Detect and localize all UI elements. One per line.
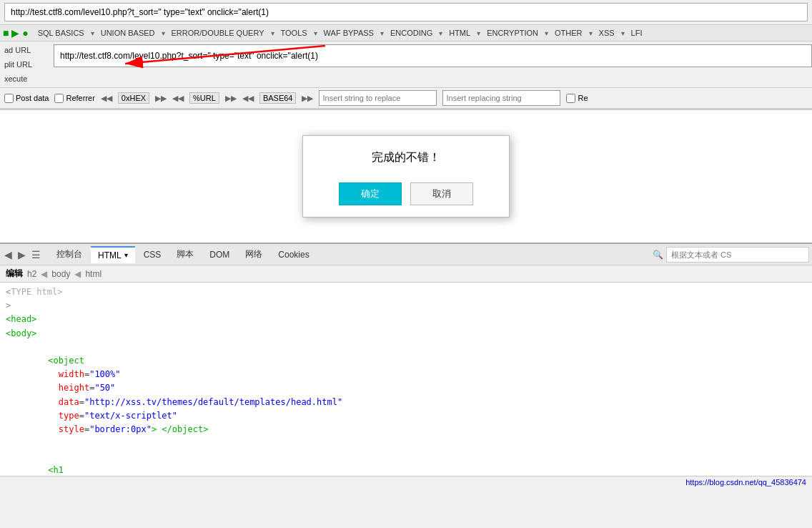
nav-menu: ■ ▶ ● SQL BASICS▾ UNION BASED▾ ERROR/DOU…: [0, 25, 812, 41]
tab-script[interactable]: 脚本: [169, 245, 201, 263]
load-url-input[interactable]: [54, 44, 812, 67]
address-bar[interactable]: [4, 3, 808, 21]
breadcrumb-sep-1: ◀: [41, 269, 47, 279]
nav-html-arrow: ▾: [477, 29, 480, 37]
main-content: 汉 没 完成的不错！ 确定 取消: [0, 110, 812, 243]
dialog-box: 完成的不错！ 确定 取消: [302, 135, 510, 217]
load-url-input-area: [54, 44, 812, 67]
load-url-label: ad URL: [4, 46, 49, 54]
nav-waf[interactable]: WAF BYPASS: [319, 26, 379, 39]
address-bar-row: [0, 0, 812, 25]
nav-encoding-arrow: ▾: [439, 29, 442, 37]
search-icon: 🔍: [653, 250, 663, 260]
re-checkbox[interactable]: [566, 94, 575, 103]
tab-cookies[interactable]: Cookies: [271, 247, 316, 263]
dialog-cancel-button[interactable]: 取消: [410, 182, 473, 205]
nav-waf-arrow: ▾: [380, 29, 384, 37]
code-line-h1: <h1 align="center">欢迎来到level10</h1>: [17, 450, 806, 476]
options-bar: Post data Referrer ◀◀ 0xHEX ▶▶ ◀◀ %URL ▶…: [0, 88, 812, 109]
breadcrumb-sep-2: ◀: [74, 269, 81, 279]
code-line-gt: >: [6, 299, 806, 313]
re-checkbox-label[interactable]: Re: [566, 94, 588, 103]
devtools-toolbar: ◀ ▶ ☰ 控制台 HTML ▾ CSS 脚本 DOM 网络 Cookies 🔍: [0, 244, 812, 265]
encode-left-arrow-1: ◀◀: [101, 94, 112, 103]
nav-tools-arrow: ▾: [314, 29, 317, 37]
breadcrumb-h2[interactable]: h2: [27, 269, 36, 279]
code-line-object: <object width="100%" height="50" data="h…: [17, 341, 806, 451]
post-data-label: Post data: [16, 94, 49, 102]
encode-url-btn[interactable]: %URL: [189, 92, 219, 104]
nav-html[interactable]: HTML: [444, 26, 475, 39]
tab-html-label: HTML: [98, 250, 122, 260]
code-area[interactable]: <TYPE html> > <head> <body> <object widt…: [0, 283, 812, 476]
code-line-head: <head>: [6, 313, 806, 326]
nav-error-arrow: ▾: [271, 29, 274, 37]
encode-base64-btn[interactable]: BASE64: [259, 92, 297, 104]
code-line-doctype: <TYPE html>: [6, 285, 806, 299]
browser-top: ■ ▶ ● SQL BASICS▾ UNION BASED▾ ERROR/DOU…: [0, 0, 812, 110]
nav-encryption[interactable]: ENCRYPTION: [482, 26, 543, 39]
bottom-bar: https://blog.csdn.net/qq_45836474: [0, 476, 812, 488]
nav-dots: ■ ▶ ●: [3, 27, 29, 39]
split-url-label: plit URL: [4, 60, 49, 69]
dialog-message: 完成的不错！: [317, 150, 495, 165]
nav-sql-basics-arrow: ▾: [91, 29, 94, 37]
referrer-label: Referrer: [66, 94, 94, 102]
execute-label: xecute: [4, 74, 49, 83]
nav-sql-basics[interactable]: SQL BASICS: [33, 26, 89, 39]
nav-error-double[interactable]: ERROR/DOUBLE QUERY: [167, 26, 269, 39]
nav-encoding[interactable]: ENCODING: [385, 26, 437, 39]
devtools-back-icon[interactable]: ◀: [3, 248, 14, 262]
encode-right-arrow-1: ▶▶: [155, 94, 167, 103]
nav-lfi[interactable]: LFI: [626, 26, 648, 39]
nav-xss-arrow: ▾: [621, 29, 625, 37]
devtools-icons: ◀ ▶ ☰: [3, 248, 42, 262]
tab-html-arrow[interactable]: ▾: [124, 251, 128, 259]
encode-left-arrow-3: ◀◀: [242, 94, 254, 103]
nav-other-arrow: ▾: [589, 29, 593, 37]
insert-replace-input[interactable]: [319, 90, 437, 106]
dialog-ok-button[interactable]: 确定: [339, 182, 402, 205]
tab-html[interactable]: HTML ▾: [91, 246, 135, 263]
nav-union-based[interactable]: UNION BASED: [96, 26, 160, 39]
dialog-overlay: 完成的不错！ 确定 取消: [0, 110, 812, 243]
code-line-body: <body>: [6, 327, 806, 341]
devtools-search-input[interactable]: [666, 247, 809, 263]
nav-other[interactable]: OTHER: [550, 26, 588, 39]
breadcrumb-html[interactable]: html: [85, 269, 102, 279]
encode-right-arrow-3: ▶▶: [302, 94, 313, 103]
load-url-row: ad URL plit URL xecute: [0, 41, 812, 88]
encode-0xhex-btn[interactable]: 0xHEX: [118, 92, 149, 104]
nav-xss[interactable]: XSS: [594, 26, 620, 39]
breadcrumb-body[interactable]: body: [51, 269, 70, 279]
re-label: Re: [578, 94, 588, 102]
dialog-buttons: 确定 取消: [317, 182, 495, 205]
tab-network[interactable]: 网络: [238, 245, 269, 263]
encode-right-arrow-2: ▶▶: [225, 94, 237, 103]
nav-union-arrow: ▾: [162, 29, 165, 37]
tab-css[interactable]: CSS: [137, 247, 169, 263]
breadcrumb-bar: 编辑 h2 ◀ body ◀ html: [0, 265, 812, 283]
devtools-list-icon[interactable]: ☰: [30, 248, 42, 262]
devtools: ◀ ▶ ☰ 控制台 HTML ▾ CSS 脚本 DOM 网络 Cookies 🔍…: [0, 243, 812, 488]
insert-replacing-input[interactable]: [442, 90, 560, 106]
referrer-checkbox[interactable]: [54, 94, 64, 103]
tab-dom[interactable]: DOM: [202, 247, 237, 263]
post-data-checkbox[interactable]: [4, 94, 14, 103]
nav-encryption-arrow: ▾: [545, 29, 548, 37]
referrer-checkbox-label[interactable]: Referrer: [54, 94, 94, 103]
breadcrumb-edit[interactable]: 编辑: [6, 268, 23, 280]
post-data-checkbox-label[interactable]: Post data: [4, 94, 49, 103]
load-url-labels: ad URL plit URL xecute: [0, 44, 54, 84]
encode-left-arrow-2: ◀◀: [172, 94, 184, 103]
bottom-url: https://blog.csdn.net/qq_45836474: [685, 478, 806, 487]
devtools-search-area: 🔍: [653, 247, 809, 263]
nav-tools[interactable]: TOOLS: [276, 26, 312, 39]
tab-console[interactable]: 控制台: [49, 245, 89, 263]
devtools-forward-icon[interactable]: ▶: [16, 248, 27, 262]
